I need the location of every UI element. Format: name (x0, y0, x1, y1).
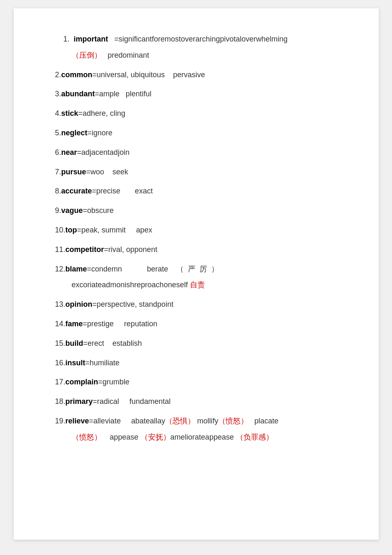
entry-19-synonyms-3: placate (248, 417, 278, 425)
entry-6-number: 6. (55, 148, 61, 156)
entry-1-word: important (74, 35, 108, 43)
entry-8-synonyms: =precise exact (92, 187, 153, 195)
entry-3-number: 3. (55, 90, 61, 98)
entry-5-synonyms: =ignore (88, 129, 113, 137)
entry-1-number: 1. (63, 35, 74, 43)
entry-17-word: complain (66, 378, 98, 386)
entry-4-number: 4. (55, 109, 61, 117)
entry-17-number: 17. (55, 378, 66, 386)
entry-3-synonyms: =ample plentiful (95, 90, 152, 98)
entry-19-extra: （愤怒） appease （安抚）ameliorateappease （负罪感） (72, 431, 346, 443)
entry-2-word: common (61, 71, 93, 79)
entry-3: 3.abundant=ample plentiful (55, 88, 346, 100)
entry-19-chinese-3: （愤怒） (72, 433, 102, 441)
entry-2: 2.common=universal, ubiquitous pervasive (55, 69, 346, 81)
entry-17: 17.complain=grumble (55, 376, 346, 388)
entry-15-word: build (66, 339, 83, 347)
entry-12: 12.blame=condemn berate （ 严 厉 ） (55, 263, 346, 275)
entry-14-number: 14. (55, 320, 66, 328)
entry-18-number: 18. (55, 397, 66, 406)
entry-6-word: near (61, 148, 77, 156)
entry-18: 18.primary=radical fundamental (55, 396, 346, 408)
entry-10-word: top (66, 226, 77, 234)
entry-11: 11.competitor=rival, opponent (55, 244, 346, 256)
entry-1-chinese: （压倒） (72, 51, 102, 59)
entry-7-word: pursue (61, 168, 86, 176)
entry-19: 19.relieve=alleviate abateallay（恐惧） moll… (55, 415, 346, 427)
entry-1: 1. important =significantforemostoverarc… (55, 33, 346, 45)
entry-10: 10.top=peak, summit apex (55, 224, 346, 236)
entry-9: 9.vague=obscure (55, 205, 346, 217)
entry-2-synonyms: =universal, ubiquitous pervasive (93, 71, 205, 79)
entry-11-number: 11. (55, 245, 66, 254)
entry-15-number: 15. (55, 339, 66, 347)
entry-1-synonyms: =significantforemostoverarchingpivotalov… (108, 35, 288, 43)
entry-15-synonyms: =erect establish (83, 339, 142, 347)
entry-8-number: 8. (55, 187, 61, 195)
entry-12-number: 12. (55, 265, 66, 273)
entry-17-synonyms: =grumble (98, 378, 130, 386)
entry-12-chinese: 自责 (190, 281, 205, 289)
entry-4-word: stick (61, 109, 78, 117)
entry-16-number: 16. (55, 359, 66, 367)
entry-11-word: competitor (66, 245, 104, 254)
entry-9-synonyms: =obscure (83, 206, 114, 215)
entry-14-word: fame (66, 320, 83, 328)
entry-3-word: abundant (61, 90, 95, 98)
entry-8: 8.accurate=precise exact (55, 185, 346, 197)
entry-13: 13.opinion=perspective, standpoint (55, 298, 346, 311)
entry-5-number: 5. (55, 129, 61, 137)
entry-14-synonyms: =prestige reputation (83, 320, 158, 328)
entry-15: 15.build=erect establish (55, 337, 346, 350)
entry-10-synonyms: =peak, summit apex (77, 226, 153, 234)
entry-18-synonyms: =radical fundamental (93, 397, 171, 406)
entry-19-chinese-2: （愤怒） (218, 417, 248, 425)
entry-7-number: 7. (55, 168, 61, 176)
entry-18-word: primary (66, 397, 93, 406)
entry-9-number: 9. (55, 206, 61, 215)
entry-19-chinese-5: （负罪感） (236, 433, 273, 441)
entry-8-word: accurate (61, 187, 92, 195)
entry-16-synonyms: =humiliate (85, 359, 120, 367)
entry-13-word: opinion (66, 300, 93, 308)
entry-4: 4.stick=adhere, cling (55, 108, 346, 120)
entry-16: 16.insult=humiliate (55, 357, 346, 369)
entry-19-word: relieve (66, 417, 89, 425)
entry-7: 7.pursue=woo seek (55, 166, 346, 178)
entry-12-extra: excoriateadmonishreproachoneself 自责 (72, 279, 346, 291)
entry-2-number: 2. (55, 71, 61, 79)
entry-10-number: 10. (55, 226, 66, 234)
main-page: 1. important =significantforemostoverarc… (14, 8, 379, 540)
entry-5: 5.neglect=ignore (55, 127, 346, 139)
entry-19-number: 19. (55, 417, 66, 425)
entry-11-synonyms: =rival, opponent (104, 245, 158, 254)
entry-9-word: vague (61, 206, 83, 215)
entry-12-word: blame (66, 265, 87, 273)
entry-19-chinese-4: （安抚） (141, 433, 170, 441)
entry-19-synonyms: =alleviate abateallay (89, 417, 166, 425)
entry-19-synonyms-2: mollify (195, 417, 218, 425)
entry-4-synonyms: =adhere, cling (78, 109, 126, 117)
entry-19-chinese-1: （恐惧） (165, 417, 195, 425)
entry-12-synonyms: =condemn berate （ 严 厉 ） (87, 265, 219, 273)
entry-13-number: 13. (55, 300, 66, 308)
entry-14: 14.fame=prestige reputation (55, 318, 346, 330)
entry-16-word: insult (66, 359, 85, 367)
entry-1-extra: （压倒） predominant (72, 49, 346, 61)
entry-13-synonyms: =perspective, standpoint (93, 300, 174, 308)
entry-6-synonyms: =adjacentadjoin (77, 148, 130, 156)
entry-5-word: neglect (61, 129, 88, 137)
entry-7-synonyms: =woo seek (86, 168, 129, 176)
entry-6: 6.near=adjacentadjoin (55, 147, 346, 159)
